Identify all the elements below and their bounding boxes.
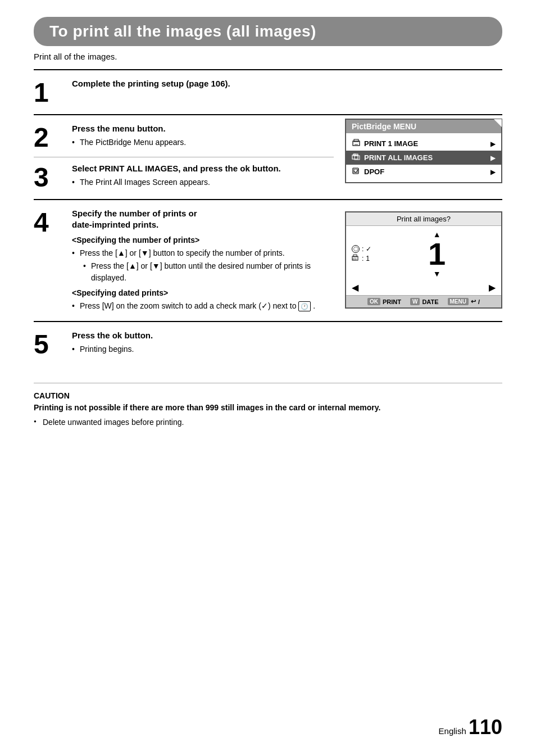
step-2-3-left: 2 Press the menu button. The PictBridge … bbox=[34, 115, 334, 199]
caution-heading: Printing is not possible if there are mo… bbox=[34, 402, 502, 414]
step-2-number: 2 bbox=[34, 124, 67, 151]
date-footer-label: DATE bbox=[422, 298, 438, 305]
step-4-title: Specify the number of prints ordate-impr… bbox=[72, 208, 334, 231]
step-4-sub1-sub-bullet1: Press the [▲] or [▼] button until the de… bbox=[80, 260, 334, 284]
big-number-col: ▲ 1 ▼ bbox=[378, 230, 496, 278]
step-2-content: Press the menu button. The PictBridge Me… bbox=[67, 123, 334, 150]
pictbridge-menu-box: PictBridge MENU bbox=[345, 115, 502, 199]
clock-symbol: 🕐 bbox=[301, 303, 308, 310]
pictbridge-menu-items: PRINT 1 IMAGE ▶ bbox=[346, 133, 501, 182]
print-separator: : bbox=[362, 255, 364, 262]
step-4-body: <Specifying the number of prints> Press … bbox=[72, 234, 334, 312]
print-row: : 1 bbox=[352, 254, 371, 264]
step-4-sub1-bullet1: Press the [▲] or [▼] button to specify t… bbox=[72, 247, 334, 284]
step-4-left: 4 Specify the number of prints ordate-im… bbox=[34, 208, 334, 313]
print-dialog-body: ◯ : ✓ bbox=[346, 226, 501, 282]
step-2-title: Press the menu button. bbox=[72, 123, 334, 134]
step-3: 3 Select PRINT ALL IMAGES, and press the… bbox=[34, 157, 334, 199]
page-title: To print all the images (all images) bbox=[49, 22, 487, 40]
print-dialog-box: Print all images? ◯ : ✓ bbox=[345, 211, 502, 309]
step-4-sub2-bullet1: Press [W] on the zoom switch to add a ch… bbox=[72, 300, 334, 312]
step-1: 1 Complete the printing setup (page 106)… bbox=[34, 70, 502, 115]
step-2-body: The PictBridge Menu appears. bbox=[72, 137, 334, 148]
step-2-bullet-1: The PictBridge Menu appears. bbox=[72, 137, 334, 148]
step-5: 5 Press the ok button. Printing begins. bbox=[34, 322, 502, 366]
page-lang: English bbox=[439, 726, 466, 736]
step-3-bullet-1: The Print All Images Screen appears. bbox=[72, 176, 334, 188]
step-3-title: Select PRINT ALL IMAGES, and press the o… bbox=[72, 163, 334, 174]
print-footer-label: PRINT bbox=[383, 298, 401, 305]
ok-button[interactable]: OK bbox=[367, 298, 380, 305]
menu-item-print-all-images[interactable]: PRINT ALL IMAGES ▶ bbox=[346, 151, 501, 165]
clock-icon: ◯ bbox=[352, 245, 360, 253]
step-5-content: Press the ok button. Printing begins. bbox=[67, 330, 502, 356]
print-count: 1 bbox=[366, 255, 370, 262]
step-4-inner: 4 Specify the number of prints ordate-im… bbox=[34, 208, 334, 313]
svg-rect-13 bbox=[353, 259, 356, 260]
step-4: 4 Specify the number of prints ordate-im… bbox=[34, 200, 502, 322]
step-4-sub2-list: Press [W] on the zoom switch to add a ch… bbox=[72, 300, 334, 312]
step-4-sub2-heading: <Specifying dated prints> bbox=[72, 287, 334, 299]
right-arrow[interactable]: ▶ bbox=[489, 282, 496, 293]
dpof-icon bbox=[352, 166, 364, 177]
page-number: English 110 bbox=[439, 716, 502, 739]
menu-item-print-1-arrow: ▶ bbox=[490, 140, 496, 148]
print-1-image-icon bbox=[352, 138, 364, 149]
step-3-number: 3 bbox=[34, 164, 67, 191]
step-3-list: The Print All Images Screen appears. bbox=[72, 176, 334, 188]
step-4-sub1-heading: <Specifying the number of prints> bbox=[72, 234, 334, 246]
menu-item-print-all-images-label: PRINT ALL IMAGES bbox=[364, 153, 490, 162]
w-button[interactable]: W bbox=[410, 298, 420, 305]
step-5-title: Press the ok button. bbox=[72, 330, 502, 341]
print-dialog-footer: OK PRINT W DATE MENU ↩ / bbox=[346, 295, 501, 307]
caution-body: Delete unwanted images before printing. bbox=[34, 417, 502, 428]
step-4-number: 4 bbox=[34, 209, 67, 236]
clock-row: ◯ : ✓ bbox=[352, 245, 371, 253]
left-arrow[interactable]: ◀ bbox=[352, 282, 358, 293]
clock-icon-box: 🕐 bbox=[298, 301, 311, 312]
caution-list: Delete unwanted images before printing. bbox=[34, 417, 502, 428]
menu-item-print-1-image-label: PRINT 1 IMAGE bbox=[364, 139, 490, 148]
page-title-box: To print all the images (all images) bbox=[34, 17, 502, 46]
down-arrow[interactable]: ▼ bbox=[433, 270, 441, 278]
menu-item-dpof[interactable]: DPOF ▶ bbox=[346, 165, 501, 179]
caution-label: CAUTION bbox=[34, 391, 502, 400]
step-1-number: 1 bbox=[34, 79, 67, 106]
step-3-content: Select PRINT ALL IMAGES, and press the o… bbox=[67, 163, 334, 189]
step-2-3-section: 2 Press the menu button. The PictBridge … bbox=[34, 115, 502, 200]
step-4-sub1-sub-list: Press the [▲] or [▼] button until the de… bbox=[80, 260, 334, 284]
step-2: 2 Press the menu button. The PictBridge … bbox=[34, 115, 334, 157]
menu-item-print-1-image[interactable]: PRINT 1 IMAGE ▶ bbox=[346, 137, 501, 151]
print-all-dialog: Print all images? ◯ : ✓ bbox=[345, 208, 502, 313]
clock-separator: : bbox=[362, 245, 364, 253]
print-footer-item: PRINT bbox=[383, 298, 401, 305]
caution-bullet-1: Delete unwanted images before printing. bbox=[34, 417, 502, 428]
step-5-number: 5 bbox=[34, 331, 67, 358]
print-icon-small bbox=[352, 254, 360, 264]
step-1-title: Complete the printing setup (page 106). bbox=[72, 78, 502, 89]
step-4-content: Specify the number of prints ordate-impr… bbox=[67, 208, 334, 313]
step-5-bullet-1: Printing begins. bbox=[72, 343, 502, 355]
step-1-content: Complete the printing setup (page 106). bbox=[67, 78, 502, 92]
svg-rect-2 bbox=[354, 143, 358, 145]
big-number: 1 bbox=[428, 238, 446, 270]
menu-footer-icon: ↩ bbox=[471, 298, 476, 305]
subtitle: Print all of the images. bbox=[34, 52, 502, 61]
page-num: 110 bbox=[469, 716, 502, 739]
left-right-row: ◀ ▶ bbox=[346, 282, 501, 295]
date-footer-item: DATE bbox=[422, 298, 438, 305]
print-all-images-icon bbox=[352, 152, 364, 163]
menu-item-print-all-arrow: ▶ bbox=[490, 154, 496, 162]
step-3-body: The Print All Images Screen appears. bbox=[72, 176, 334, 188]
steps-container: 1 Complete the printing setup (page 106)… bbox=[34, 69, 502, 366]
pictbridge-menu-title: PictBridge MENU bbox=[346, 120, 501, 133]
caution-section: CAUTION Printing is not possible if ther… bbox=[34, 383, 502, 429]
step-5-body: Printing begins. bbox=[72, 343, 502, 355]
menu-footer-button[interactable]: MENU bbox=[448, 298, 469, 305]
menu-footer-slash: / bbox=[478, 298, 480, 305]
step-4-sub1-list: Press the [▲] or [▼] button to specify t… bbox=[72, 247, 334, 284]
page-wrapper: To print all the images (all images) Pri… bbox=[0, 0, 536, 756]
menu-item-dpof-arrow: ▶ bbox=[490, 168, 496, 176]
step-2-list: The PictBridge Menu appears. bbox=[72, 137, 334, 148]
svg-rect-6 bbox=[353, 157, 357, 158]
